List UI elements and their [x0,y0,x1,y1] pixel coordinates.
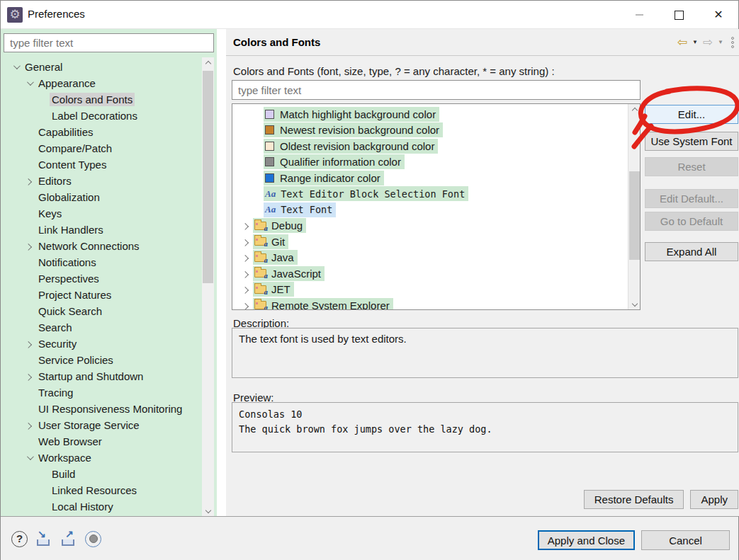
scroll-down-icon[interactable] [628,297,641,309]
list-scrollbar-thumb[interactable] [629,171,640,260]
tree-item-label-decorations[interactable]: Label Decorations [1,108,201,124]
tree-item-capabilities[interactable]: Capabilities [1,124,201,140]
tree-item-label: Startup and Shutdown [36,370,145,383]
tree-item-label: Compare/Patch [36,142,114,155]
tree-item-quick-search[interactable]: Quick Search [1,303,201,319]
list-item-qualifier-information-color[interactable]: Qualifier information color [232,154,640,171]
list-item-text-editor-block-selection-font[interactable]: AaText Editor Block Selection Font [232,186,640,202]
tree-scrollbar-thumb[interactable] [203,71,213,283]
record-preferences-icon[interactable] [85,531,101,547]
tree-item-colors-and-fonts[interactable]: Colors and Fonts [1,91,201,108]
chevron-collapsed-icon[interactable] [239,239,253,244]
minimize-button[interactable] [619,1,659,29]
tree-item-link-handlers[interactable]: Link Handlers [1,222,201,238]
chevron-collapsed-icon[interactable] [239,303,253,308]
chevron-collapsed-icon[interactable] [239,271,253,276]
chevron-collapsed-icon[interactable] [23,341,36,346]
edit-button[interactable]: Edit... [645,105,738,124]
view-menu-icon[interactable] [731,37,734,48]
apply-button[interactable]: Apply [690,490,738,509]
tree-item-local-history[interactable]: Local History [1,498,201,515]
list-item-git[interactable]: aGit [232,234,640,250]
restore-defaults-button[interactable]: Restore Defaults [584,490,684,509]
preview-sample-text: The quick brown fox jumps over the lazy … [239,422,731,437]
tree-item-workspace[interactable]: Workspace [1,450,201,466]
use-system-font-button[interactable]: Use System Font [645,132,738,151]
tree-item-label: Label Decorations [50,109,140,122]
tree-item-content-types[interactable]: Content Types [1,156,201,173]
chevron-expanded-icon[interactable] [9,64,23,69]
chevron-expanded-icon[interactable] [23,455,36,460]
list-item-label: Qualifier information color [280,156,401,168]
page-title: Colors and Fonts [233,36,320,48]
chevron-expanded-icon[interactable] [23,81,36,86]
tree-item-perspectives[interactable]: Perspectives [1,270,201,287]
tree-item-label: General [23,60,64,74]
chevron-collapsed-icon[interactable] [23,374,36,379]
expand-all-button[interactable]: Expand All [645,242,738,261]
help-icon[interactable]: ? [11,531,28,547]
list-scrollbar[interactable] [628,104,640,309]
tree-item-label: Project Natures [36,288,113,302]
tree-item-editors[interactable]: Editors [1,173,201,189]
scroll-up-icon[interactable] [202,57,214,69]
chevron-collapsed-icon[interactable] [239,287,253,292]
list-item-match-highlight-background-color[interactable]: Match highlight background color [232,106,640,122]
tree-item-service-policies[interactable]: Service Policies [1,352,201,368]
pane-divider[interactable] [217,29,226,516]
apply-and-close-button[interactable]: Apply and Close [538,530,635,550]
tree-item-compare-patch[interactable]: Compare/Patch [1,140,201,156]
tree-item-keys[interactable]: Keys [1,205,201,222]
tree-item-user-storage-service[interactable]: User Storage Service [1,417,201,433]
list-item-range-indicator-color[interactable]: Range indicator color [232,170,640,186]
tree-item-appearance[interactable]: Appearance [1,75,201,91]
chevron-collapsed-icon[interactable] [23,423,36,428]
color-swatch-icon [265,173,274,183]
cancel-button[interactable]: Cancel [641,530,730,550]
tree-item-project-natures[interactable]: Project Natures [1,287,201,303]
edit-default-button: Edit Default... [645,189,738,208]
tree-item-security[interactable]: Security [1,336,201,352]
import-icon[interactable]: ↘ [35,530,52,547]
tree-item-tracing[interactable]: Tracing [1,384,201,401]
chevron-collapsed-icon[interactable] [239,255,253,260]
list-item-label: Match highlight background color [280,108,436,120]
list-item-text-font[interactable]: AaText Font [232,202,640,218]
tree-scrollbar[interactable] [202,57,214,516]
chevron-collapsed-icon[interactable] [23,178,36,183]
list-filter-input[interactable] [232,80,641,100]
scroll-up-icon[interactable] [628,104,641,116]
list-item-oldest-revision-background-color[interactable]: Oldest revision background color [232,138,640,154]
maximize-icon [675,11,684,20]
back-dropdown-icon[interactable]: ▼ [692,39,698,45]
scroll-down-icon[interactable] [202,504,214,516]
tree-item-globalization[interactable]: Globalization [1,189,201,205]
tree-item-linked-resources[interactable]: Linked Resources [1,482,201,498]
export-icon[interactable]: ↗ [60,530,77,547]
tree-item-notifications[interactable]: Notifications [1,254,201,270]
tree-item-startup-and-shutdown[interactable]: Startup and Shutdown [1,368,201,384]
tree-item-network-connections[interactable]: Network Connections [1,238,201,254]
back-arrow-icon[interactable]: ⇦ [677,35,687,50]
list-item-jet[interactable]: aJET [232,282,640,298]
tree-item-label: User Storage Service [36,418,142,432]
chevron-collapsed-icon[interactable] [23,244,36,248]
sidebar-filter-input[interactable] [4,33,214,52]
tree-item-web-browser[interactable]: Web Browser [1,433,201,450]
preferences-dialog: ⚙ Preferences ✕ GeneralAppearanceColors … [0,0,739,560]
forward-arrow-icon[interactable]: ⇨ [703,35,713,50]
list-item-java[interactable]: aJava [232,250,640,266]
list-item-debug[interactable]: aDebug [232,218,640,234]
tree-item-general[interactable]: General [1,59,201,75]
list-item-newest-revision-background-color[interactable]: Newest revision background color [232,122,640,139]
list-item-label: Debug [271,219,303,232]
close-button[interactable]: ✕ [699,1,738,29]
list-item-javascript[interactable]: aJavaScript [232,265,640,282]
forward-dropdown-icon[interactable]: ▼ [718,39,723,45]
tree-item-ui-responsiveness-monitoring[interactable]: UI Responsiveness Monitoring [1,401,201,417]
list-item-remote-system-explorer[interactable]: aRemote System Explorer [232,297,640,310]
chevron-collapsed-icon[interactable] [239,223,253,228]
maximize-button[interactable] [659,1,699,29]
tree-item-build[interactable]: Build [1,466,201,482]
tree-item-search[interactable]: Search [1,319,201,336]
